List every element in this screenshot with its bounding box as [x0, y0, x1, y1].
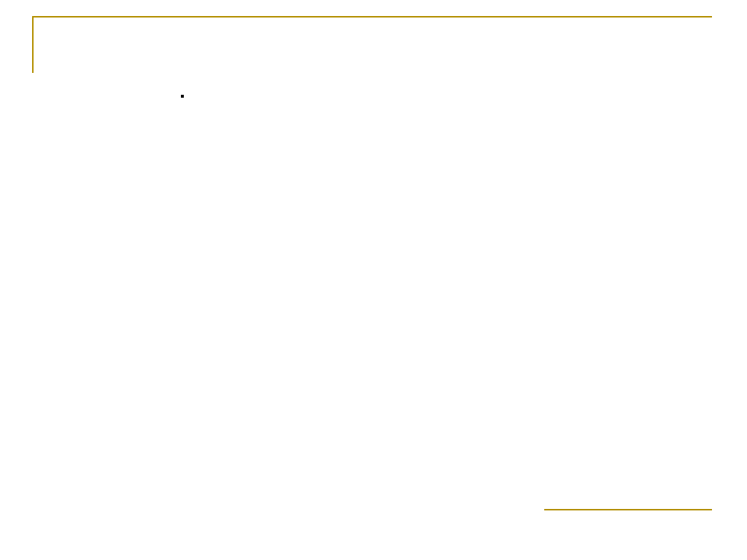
slide — [0, 0, 747, 560]
top-rule — [32, 16, 712, 18]
left-rule — [32, 16, 34, 73]
slide-body — [51, 86, 703, 109]
bottom-rule — [544, 509, 712, 510]
